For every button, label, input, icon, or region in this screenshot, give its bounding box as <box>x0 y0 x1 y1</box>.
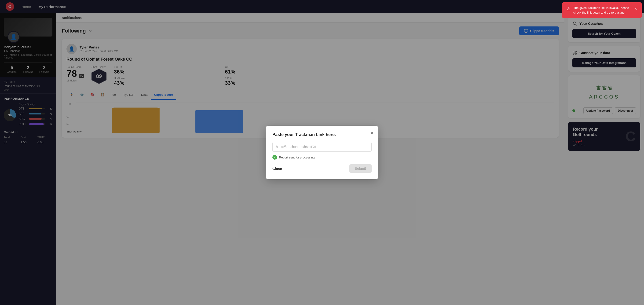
toast-warning-icon: ⚠ <box>567 6 570 12</box>
error-toast: ⚠ The given trackman link is invalid. Pl… <box>562 2 642 18</box>
modal-submit-button[interactable]: Submit <box>350 164 372 173</box>
toast-message: The given trackman link is invalid. Plea… <box>573 6 632 15</box>
modal-success-message: ✓ Report sent for processing <box>272 155 372 160</box>
toast-close-button[interactable]: × <box>634 6 637 12</box>
success-check-icon: ✓ <box>272 155 277 160</box>
modal-close-x-button[interactable]: × <box>370 130 374 136</box>
modal-close-button[interactable]: Close <box>272 167 282 171</box>
trackman-link-input[interactable] <box>272 142 372 152</box>
success-text: Report sent for processing <box>279 156 314 159</box>
modal-overlay[interactable]: × Paste your Trackman Link here. ✓ Repor… <box>0 0 644 305</box>
modal-title: Paste your Trackman Link here. <box>272 132 372 137</box>
modal-footer: Close Submit <box>272 164 372 173</box>
trackman-modal: × Paste your Trackman Link here. ✓ Repor… <box>266 126 378 179</box>
